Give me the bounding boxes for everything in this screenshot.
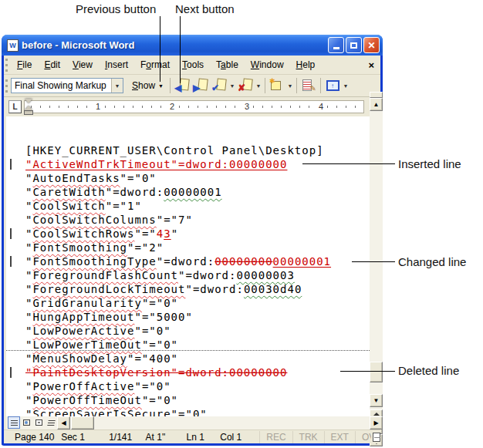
doc-line[interactable]: "PowerOffTimeOut"="0" bbox=[25, 393, 365, 407]
normal-view-button[interactable] bbox=[8, 416, 20, 429]
doc-text-segment: 4 bbox=[157, 227, 164, 240]
doc-line[interactable]: "ActiveWndTrkTimeout"=dword:00000000 bbox=[25, 157, 365, 171]
status-rec-indicator[interactable]: REC bbox=[259, 431, 292, 443]
status-ovr-indicator[interactable]: OVR bbox=[355, 431, 371, 443]
split-handle[interactable] bbox=[370, 92, 383, 98]
callout-line-inserted bbox=[302, 163, 395, 164]
document-text: [HKEY_CURRENT_USER\Control Panel\Desktop… bbox=[25, 143, 365, 416]
change-bar bbox=[10, 159, 12, 170]
vertical-scrollbar[interactable]: ▲ ▼ bbox=[370, 92, 383, 417]
scroll-left-button[interactable]: ◀ bbox=[57, 416, 70, 429]
screenshot-root: Previous button Next button Inserted lin… bbox=[0, 0, 483, 448]
reject-change-dropdown[interactable]: ▼ bbox=[255, 77, 262, 94]
document-area[interactable]: [HKEY_CURRENT_USER\Control Panel\Desktop… bbox=[6, 116, 370, 416]
toolbar-grip[interactable] bbox=[5, 79, 8, 93]
word-window: W before - Microsoft Word ✕ FileEditView… bbox=[2, 35, 383, 446]
menu-item-edit[interactable]: Edit bbox=[38, 57, 66, 72]
maximize-button[interactable] bbox=[346, 37, 362, 53]
reviewing-pane-button[interactable]: ↑ bbox=[324, 77, 341, 94]
web-layout-view-button[interactable] bbox=[20, 416, 32, 429]
new-comment-dropdown[interactable]: ▼ bbox=[286, 77, 294, 94]
doc-line[interactable]: "ForegroundLockTimeout"=dword:00030d40 bbox=[25, 282, 365, 296]
doc-line[interactable]: "GridGranularity"="0" bbox=[25, 296, 365, 310]
toolbar-grip[interactable] bbox=[5, 59, 8, 72]
doc-text-segment: 00000003 bbox=[236, 269, 294, 281]
next-change-button[interactable]: ▶ bbox=[192, 77, 209, 94]
doc-line[interactable]: "CoolSwitchColumns"="7" bbox=[25, 213, 365, 227]
doc-line[interactable]: "CoolSwitchRows"="43" bbox=[25, 227, 365, 241]
hanging-indent-icon[interactable] bbox=[25, 106, 32, 110]
new-comment-button[interactable]: ✱ bbox=[269, 77, 285, 94]
doc-line[interactable]: "CaretWidth"=dword:00000001 bbox=[25, 185, 365, 199]
display-for-review-dropdown[interactable]: Final Showing Markup ▼ bbox=[11, 78, 123, 93]
menu-item-tools[interactable]: Tools bbox=[176, 57, 210, 72]
window-title: before - Microsoft Word bbox=[22, 39, 326, 51]
doc-line[interactable]: "FontSmoothing"="2" bbox=[25, 241, 365, 254]
doc-line[interactable]: [HKEY_CURRENT_USER\Control Panel\Desktop… bbox=[25, 143, 365, 157]
tab-stop-selector[interactable]: L bbox=[8, 100, 22, 113]
doc-text-segment: 00000000 bbox=[214, 255, 272, 268]
web-layout-icon bbox=[23, 419, 30, 426]
close-button[interactable]: ✕ bbox=[363, 37, 380, 53]
track-changes-button[interactable]: ✎ bbox=[300, 77, 317, 94]
outline-view-button[interactable] bbox=[45, 416, 57, 429]
doc-line[interactable]: "LowPowerActive"="0" bbox=[25, 324, 365, 338]
menu-item-view[interactable]: View bbox=[66, 57, 99, 72]
horizontal-ruler[interactable]: 1 2 3 4 bbox=[24, 100, 364, 113]
doc-text-segment: LowPowerTimeOut bbox=[32, 339, 141, 351]
doc-line[interactable]: "PowerOffActive"="0" bbox=[25, 379, 365, 393]
ruler-number: 1 bbox=[93, 102, 103, 111]
status-trk-indicator[interactable]: TRK bbox=[292, 431, 324, 443]
doc-text-segment: "="0" bbox=[142, 394, 178, 406]
menu-item-file[interactable]: File bbox=[11, 57, 38, 72]
doc-line[interactable]: "MenuShowDelay"="400" bbox=[25, 352, 365, 365]
horizontal-scrollbar[interactable]: ◀ ▶ bbox=[6, 416, 383, 429]
doc-text-segment: ForegroundLockTimeout bbox=[32, 283, 185, 295]
first-line-indent-icon[interactable] bbox=[25, 99, 32, 103]
ruler-number: 4 bbox=[316, 102, 326, 111]
print-layout-icon bbox=[35, 419, 42, 426]
doc-line[interactable]: "PaintDesktopVersion"=dword:00000000 bbox=[25, 365, 365, 379]
page-break-line bbox=[6, 350, 370, 351]
left-indent-icon[interactable] bbox=[25, 111, 32, 114]
callout-line-next bbox=[180, 16, 181, 83]
menu-item-help[interactable]: Help bbox=[290, 57, 322, 72]
menu-item-table[interactable]: Table bbox=[210, 57, 245, 72]
pencil-icon: ✎ bbox=[310, 84, 316, 93]
doc-line[interactable]: "FontSmoothingType"=dword:00000000000000… bbox=[25, 254, 365, 268]
status-ext-indicator[interactable]: EXT bbox=[324, 431, 355, 443]
indent-markers[interactable] bbox=[25, 99, 33, 115]
doc-line[interactable]: "ScreenSaverIsSecure"="0" bbox=[25, 407, 365, 416]
print-layout-view-button[interactable] bbox=[32, 416, 45, 429]
doc-line[interactable]: "AutoEndTasks"="0" bbox=[25, 171, 365, 185]
chevron-down-icon: ▼ bbox=[158, 83, 164, 89]
menu-item-window[interactable]: Window bbox=[245, 57, 290, 72]
accept-change-dropdown[interactable]: ▼ bbox=[228, 77, 236, 94]
doc-text-segment: 00000001 bbox=[273, 255, 331, 268]
close-document-icon[interactable]: × bbox=[368, 59, 374, 71]
menu-item-format[interactable]: Format bbox=[134, 57, 176, 72]
horizontal-scroll-thumb[interactable] bbox=[71, 416, 94, 429]
scroll-up-button[interactable]: ▲ bbox=[370, 98, 383, 111]
scroll-right-button[interactable]: ▶ bbox=[370, 416, 383, 429]
title-bar[interactable]: W before - Microsoft Word ✕ bbox=[2, 35, 383, 56]
previous-change-button[interactable]: ◀ bbox=[174, 77, 191, 94]
doc-line[interactable]: "CoolSwitch"="1" bbox=[25, 199, 365, 213]
doc-text-segment: "="5000" bbox=[134, 311, 192, 323]
scroll-down-button[interactable]: ▼ bbox=[370, 394, 383, 407]
reject-change-button[interactable]: ✘ bbox=[237, 77, 254, 94]
menu-item-insert[interactable]: Insert bbox=[99, 57, 134, 72]
accept-change-button[interactable]: ✔ bbox=[211, 77, 228, 94]
doc-text-segment: "="0" bbox=[120, 172, 157, 184]
maximize-icon bbox=[350, 42, 357, 49]
minimize-button[interactable] bbox=[328, 37, 344, 53]
doc-line[interactable]: "ForegroundFlashCount"=dword:00000003 bbox=[25, 268, 365, 282]
doc-line[interactable]: "HungAppTimeout"="5000" bbox=[25, 310, 365, 324]
reject-x-icon: ✘ bbox=[238, 83, 245, 93]
toolbar-options-dropdown[interactable]: ▼ bbox=[342, 77, 350, 94]
outline-view-icon bbox=[47, 420, 55, 426]
vertical-scroll-thumb[interactable] bbox=[370, 362, 383, 382]
chevron-down-icon[interactable]: ▼ bbox=[111, 79, 123, 93]
view-buttons bbox=[8, 416, 57, 429]
show-menu-button[interactable]: Show ▼ bbox=[128, 78, 167, 93]
